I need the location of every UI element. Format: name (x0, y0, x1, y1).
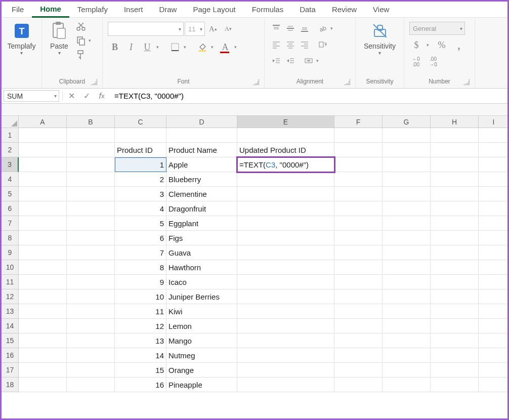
cell-F18[interactable] (334, 377, 383, 392)
cell-G11[interactable] (383, 275, 431, 289)
spreadsheet-grid[interactable]: ABCDEFGHI 123456789101112131415161718 Pr… (2, 116, 507, 419)
cell-A4[interactable] (19, 172, 67, 187)
cell-B16[interactable] (67, 348, 115, 363)
cell-C5[interactable]: 3 (115, 187, 166, 201)
cell-I4[interactable] (479, 172, 507, 187)
cell-D3[interactable]: Apple (166, 157, 237, 172)
cell-F7[interactable] (334, 216, 383, 231)
col-header-H[interactable]: H (431, 116, 479, 128)
formula-input[interactable] (109, 89, 507, 103)
tab-insert[interactable]: Insert (116, 2, 151, 17)
row-header-4[interactable]: 4 (2, 172, 19, 187)
align-right-button[interactable] (298, 38, 311, 51)
cut-button[interactable] (74, 20, 88, 33)
cell-G5[interactable] (383, 187, 431, 201)
cell-H7[interactable] (431, 216, 479, 231)
cell-I5[interactable] (479, 187, 507, 201)
cell-C3[interactable]: 1 (115, 157, 166, 172)
row-header-8[interactable]: 8 (2, 231, 19, 245)
dialog-launcher-icon[interactable] (91, 79, 97, 85)
cell-H5[interactable] (431, 187, 479, 201)
decrease-font-button[interactable]: A▾ (221, 22, 235, 36)
cell-B13[interactable] (67, 304, 115, 319)
percent-format-button[interactable]: % (435, 38, 449, 52)
cell-G15[interactable] (383, 333, 431, 348)
cell-I18[interactable] (479, 377, 507, 392)
cell-D18[interactable]: Pineapple (166, 377, 237, 392)
cell-B4[interactable] (67, 172, 115, 187)
cell-I7[interactable] (479, 216, 507, 231)
row-header-3[interactable]: 3 (2, 157, 19, 172)
font-size-combo[interactable]: 11▾ (185, 22, 205, 36)
cell-I14[interactable] (479, 319, 507, 333)
row-header-6[interactable]: 6 (2, 201, 19, 216)
copy-button[interactable] (74, 34, 88, 47)
cell-B3[interactable] (67, 157, 115, 172)
row-header-14[interactable]: 14 (2, 319, 19, 333)
cell-B10[interactable] (67, 260, 115, 275)
underline-button[interactable]: U (140, 40, 154, 54)
cell-C7[interactable]: 5 (115, 216, 166, 231)
cell-G12[interactable] (383, 289, 431, 304)
cell-I17[interactable] (479, 363, 507, 377)
formula-bar-expand[interactable] (2, 104, 507, 116)
cell-D17[interactable]: Orange (166, 363, 237, 377)
align-left-button[interactable] (270, 38, 283, 51)
cancel-formula-button[interactable]: ✕ (64, 89, 79, 103)
cell-I15[interactable] (479, 333, 507, 348)
cell-D5[interactable]: Clementine (166, 187, 237, 201)
cell-E2[interactable]: Updated Product ID (237, 143, 334, 157)
cell-D14[interactable]: Lemon (166, 319, 237, 333)
cell-E9[interactable] (237, 245, 334, 260)
cell-H1[interactable] (431, 128, 479, 143)
cell-F16[interactable] (334, 348, 383, 363)
chevron-down-icon[interactable]: ▾ (89, 38, 94, 43)
row-header-18[interactable]: 18 (2, 377, 19, 392)
cell-G8[interactable] (383, 231, 431, 245)
cell-D7[interactable]: Eggplant (166, 216, 237, 231)
dialog-launcher-icon[interactable] (463, 79, 470, 85)
cell-D2[interactable]: Product Name (166, 143, 237, 157)
comma-format-button[interactable]: , (452, 38, 466, 52)
cell-E14[interactable] (237, 319, 334, 333)
row-header-15[interactable]: 15 (2, 333, 19, 348)
cell-E15[interactable] (237, 333, 334, 348)
cell-H6[interactable] (431, 201, 479, 216)
cell-I12[interactable] (479, 289, 507, 304)
col-header-E[interactable]: E (237, 116, 334, 128)
cell-D9[interactable]: Guava (166, 245, 237, 260)
cell-C10[interactable]: 8 (115, 260, 166, 275)
cell-C12[interactable]: 10 (115, 289, 166, 304)
font-color-button[interactable]: A (218, 40, 232, 54)
cell-G13[interactable] (383, 304, 431, 319)
cell-A8[interactable] (19, 231, 67, 245)
cell-I6[interactable] (479, 201, 507, 216)
align-center-button[interactable] (284, 38, 297, 51)
cell-F17[interactable] (334, 363, 383, 377)
cell-G10[interactable] (383, 260, 431, 275)
cell-H16[interactable] (431, 348, 479, 363)
chevron-down-icon[interactable]: ▾ (234, 45, 239, 50)
increase-indent-button[interactable] (284, 54, 297, 67)
cell-H17[interactable] (431, 363, 479, 377)
row-header-11[interactable]: 11 (2, 275, 19, 289)
cell-C4[interactable]: 2 (115, 172, 166, 187)
tab-data[interactable]: Data (291, 2, 324, 17)
number-format-combo[interactable]: General▾ (409, 22, 465, 35)
cell-B12[interactable] (67, 289, 115, 304)
cell-B7[interactable] (67, 216, 115, 231)
col-header-A[interactable]: A (19, 116, 67, 128)
cell-H2[interactable] (431, 143, 479, 157)
cell-E1[interactable] (237, 128, 334, 143)
cell-D13[interactable]: Kiwi (166, 304, 237, 319)
tab-page-layout[interactable]: Page Layout (185, 2, 243, 17)
cell-G17[interactable] (383, 363, 431, 377)
cell-D12[interactable]: Juniper Berries (166, 289, 237, 304)
cell-H9[interactable] (431, 245, 479, 260)
cell-E11[interactable] (237, 275, 334, 289)
cell-C14[interactable]: 12 (115, 319, 166, 333)
tab-review[interactable]: Review (324, 2, 365, 17)
cell-E13[interactable] (237, 304, 334, 319)
cell-F6[interactable] (334, 201, 383, 216)
cell-H14[interactable] (431, 319, 479, 333)
